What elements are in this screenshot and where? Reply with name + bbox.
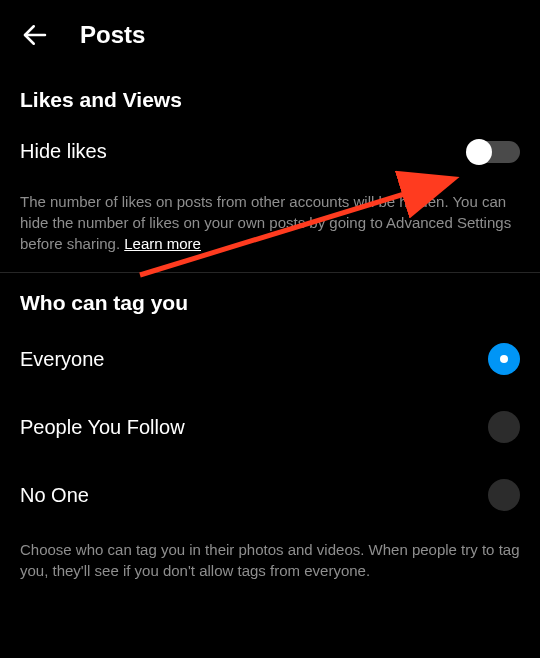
radio-people-you-follow[interactable] <box>488 411 520 443</box>
back-button[interactable] <box>20 20 50 50</box>
hide-likes-label: Hide likes <box>20 140 107 163</box>
back-arrow-icon <box>20 20 50 50</box>
section-who-can-tag-title: Who can tag you <box>0 273 540 325</box>
page-title: Posts <box>80 21 145 49</box>
row-no-one[interactable]: No One <box>0 461 540 529</box>
header: Posts <box>0 0 540 70</box>
section-likes-views-title: Likes and Views <box>0 70 540 122</box>
option-people-you-follow-label: People You Follow <box>20 416 185 439</box>
hide-likes-toggle[interactable] <box>468 141 520 163</box>
row-everyone[interactable]: Everyone <box>0 325 540 393</box>
hide-likes-description: The number of likes on posts from other … <box>0 181 540 272</box>
radio-no-one[interactable] <box>488 479 520 511</box>
option-no-one-label: No One <box>20 484 89 507</box>
toggle-knob <box>466 139 492 165</box>
learn-more-link[interactable]: Learn more <box>124 235 201 252</box>
tag-description-text: Choose who can tag you in their photos a… <box>20 541 519 579</box>
description-text: The number of likes on posts from other … <box>20 193 511 252</box>
row-hide-likes: Hide likes <box>0 122 540 181</box>
option-everyone-label: Everyone <box>20 348 105 371</box>
row-people-you-follow[interactable]: People You Follow <box>0 393 540 461</box>
tag-description: Choose who can tag you in their photos a… <box>0 529 540 599</box>
radio-everyone[interactable] <box>488 343 520 375</box>
